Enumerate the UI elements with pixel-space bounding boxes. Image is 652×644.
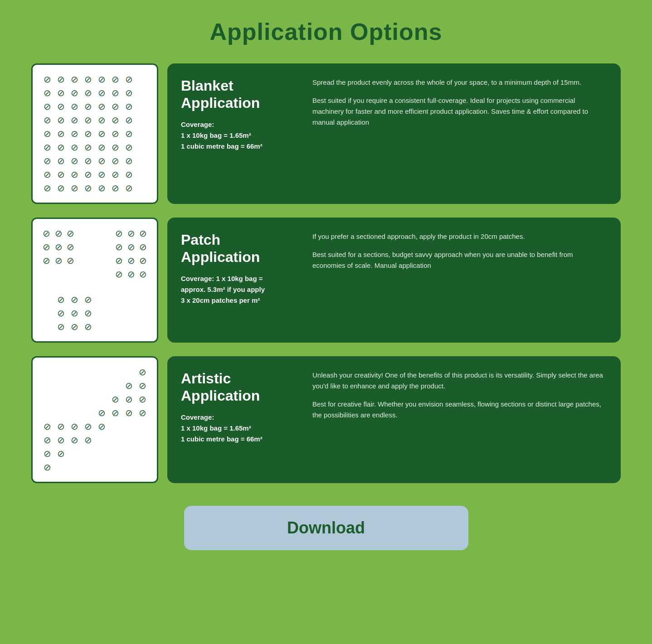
artistic-info-card: ArtisticApplication Coverage: 1 x 10kg b… (167, 356, 621, 483)
patch-info-left: PatchApplication Coverage: 1 x 10kg bag … (181, 231, 299, 329)
blanket-info-left: BlanketApplication Coverage: 1 x 10kg ba… (181, 77, 299, 190)
artistic-dots-grid: ⊘ ⊘⊘ ⊘⊘⊘ ⊘⊘⊘⊘ ⊘⊘⊘⊘⊘ ⊘⊘⊘⊘ ⊘⊘ ⊘ (42, 367, 148, 473)
page-title: Application Options (210, 18, 443, 45)
artistic-desc2: Best for creative flair. Whether you env… (312, 399, 607, 421)
patch-section: ⊘⊘⊘ ⊘⊘⊘ ⊘⊘⊘ ⊘⊘⊘ ⊘⊘⊘ ⊘⊘⊘ ⊘⊘⊘ (31, 218, 621, 343)
patch-info-card: PatchApplication Coverage: 1 x 10kg bag … (167, 218, 621, 343)
blanket-info-right: Spread the product evenly across the who… (312, 77, 607, 190)
blanket-section: ⊘⊘⊘⊘⊘⊘⊘ ⊘⊘⊘⊘⊘⊘⊘ ⊘⊘⊘⊘⊘⊘⊘ ⊘⊘⊘⊘⊘⊘⊘ ⊘⊘⊘⊘⊘⊘⊘ … (31, 63, 621, 204)
artistic-coverage: Coverage: 1 x 10kg bag = 1.65m² 1 cubic … (181, 412, 299, 445)
artistic-title: ArtisticApplication (181, 370, 299, 405)
blanket-dots-grid: ⊘⊘⊘⊘⊘⊘⊘ ⊘⊘⊘⊘⊘⊘⊘ ⊘⊘⊘⊘⊘⊘⊘ ⊘⊘⊘⊘⊘⊘⊘ ⊘⊘⊘⊘⊘⊘⊘ … (42, 74, 148, 194)
artistic-info-left: ArtisticApplication Coverage: 1 x 10kg b… (181, 370, 299, 470)
blanket-coverage: Coverage: 1 x 10kg bag = 1.65m² 1 cubic … (181, 119, 299, 152)
patch-dots-grid: ⊘⊘⊘ ⊘⊘⊘ ⊘⊘⊘ ⊘⊘⊘ ⊘⊘⊘ ⊘⊘⊘ ⊘⊘⊘ (42, 228, 148, 332)
blanket-icon-box: ⊘⊘⊘⊘⊘⊘⊘ ⊘⊘⊘⊘⊘⊘⊘ ⊘⊘⊘⊘⊘⊘⊘ ⊘⊘⊘⊘⊘⊘⊘ ⊘⊘⊘⊘⊘⊘⊘ … (31, 63, 158, 204)
patch-desc2: Best suited for a sections, budget savvy… (312, 249, 607, 271)
artistic-section: ⊘ ⊘⊘ ⊘⊘⊘ ⊘⊘⊘⊘ ⊘⊘⊘⊘⊘ ⊘⊘⊘⊘ ⊘⊘ ⊘ (31, 356, 621, 483)
patch-icon-box: ⊘⊘⊘ ⊘⊘⊘ ⊘⊘⊘ ⊘⊘⊘ ⊘⊘⊘ ⊘⊘⊘ ⊘⊘⊘ (31, 218, 158, 343)
artistic-icon-box: ⊘ ⊘⊘ ⊘⊘⊘ ⊘⊘⊘⊘ ⊘⊘⊘⊘⊘ ⊘⊘⊘⊘ ⊘⊘ ⊘ (31, 356, 158, 483)
patch-desc1: If you prefer a sectioned approach, appl… (312, 231, 607, 242)
patch-title: PatchApplication (181, 231, 299, 266)
blanket-desc2: Best suited if you require a consistent … (312, 95, 607, 128)
download-button[interactable]: Download (184, 506, 468, 550)
artistic-info-right: Unleash your creativity! One of the bene… (312, 370, 607, 470)
blanket-title: BlanketApplication (181, 77, 299, 112)
artistic-desc1: Unleash your creativity! One of the bene… (312, 370, 607, 392)
blanket-info-card: BlanketApplication Coverage: 1 x 10kg ba… (167, 63, 621, 204)
patch-coverage: Coverage: 1 x 10kg bag =approx. 5.3m² if… (181, 273, 299, 306)
patch-info-right: If you prefer a sectioned approach, appl… (312, 231, 607, 329)
blanket-desc1: Spread the product evenly across the who… (312, 77, 607, 88)
